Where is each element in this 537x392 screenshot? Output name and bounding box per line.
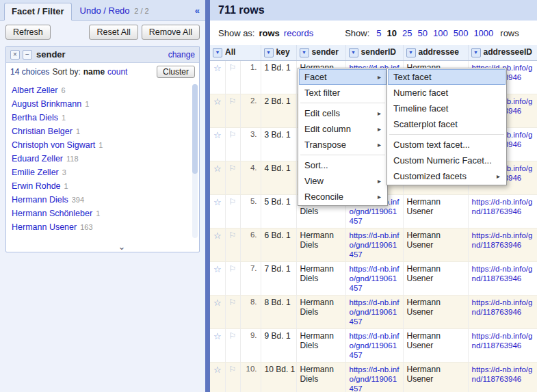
facet-scrollbar-thumb[interactable] — [192, 84, 198, 174]
star-icon[interactable]: ☆ — [210, 328, 225, 362]
star-icon[interactable]: ☆ — [210, 228, 225, 261]
facet-scrollbar[interactable] — [192, 84, 198, 238]
star-icon[interactable]: ☆ — [210, 261, 225, 295]
cell-key: 4 Bd. 1 — [261, 161, 296, 194]
cell-addressee: Hermann Usener — [403, 194, 468, 228]
facet-choice: Eduard Zeller118 — [12, 152, 194, 166]
star-icon[interactable]: ☆ — [210, 362, 225, 392]
menu-item-facet[interactable]: Facet▸ — [299, 69, 387, 85]
menu-item-view[interactable]: View▸ — [299, 173, 387, 189]
facet-choice-link[interactable]: Christoph von Sigwart — [12, 140, 95, 150]
facet-minimize-icon[interactable]: − — [23, 50, 32, 60]
page-size-25[interactable]: 25 — [402, 28, 412, 38]
cell-addressee: Hermann Usener — [403, 328, 468, 362]
flag-icon[interactable]: ⚐ — [225, 261, 240, 295]
star-icon[interactable]: ☆ — [210, 194, 225, 228]
submenu-item-custom-numeric-facet[interactable]: Custom Numeric Facet... — [388, 153, 506, 168]
menu-item-reconcile[interactable]: Reconcile▸ — [299, 189, 387, 205]
cell-addresseeid: https://d-nb.info/gnd/118763946 — [468, 328, 537, 362]
facet-choice-link[interactable]: Eduard Zeller — [12, 154, 63, 164]
facet-choice-link[interactable]: Hermann Diels — [12, 195, 68, 205]
facet-choice-link[interactable]: Albert Zeller — [12, 86, 57, 95]
tab-undo-redo[interactable]: Undo / Redo 2 / 2 — [72, 3, 157, 20]
flag-icon[interactable]: ⚐ — [225, 94, 240, 127]
menu-item-sort[interactable]: Sort... — [299, 157, 387, 173]
show-as-rows-option[interactable]: rows — [259, 28, 279, 38]
addresseeid-link[interactable]: https://d-nb.info/gnd/118763946 — [472, 198, 533, 215]
cell-sender: Hermann Diels — [296, 261, 345, 295]
star-icon[interactable]: ☆ — [210, 127, 225, 161]
addresseeid-link[interactable]: https://d-nb.info/gnd/118763946 — [472, 265, 533, 283]
refresh-button[interactable]: Refresh — [5, 25, 51, 40]
page-size-500[interactable]: 500 — [454, 28, 469, 38]
submenu-item-timeline-facet[interactable]: Timeline facet — [388, 101, 506, 116]
tab-undo-redo-label: Undo / Redo — [80, 5, 130, 16]
menu-item-edit-column[interactable]: Edit column▸ — [299, 121, 387, 137]
addresseeid-link[interactable]: https://d-nb.info/gnd/118763946 — [472, 365, 533, 383]
column-dropdown-icon[interactable]: ▼ — [349, 48, 358, 57]
facet-choice-link[interactable]: Christian Belger — [12, 127, 73, 136]
page-size-100[interactable]: 100 — [433, 28, 448, 38]
flag-icon[interactable]: ⚐ — [225, 295, 240, 328]
star-icon[interactable]: ☆ — [210, 94, 225, 127]
senderid-link[interactable]: https://d-nb.info/gnd/119061457 — [350, 332, 400, 359]
column-dropdown-icon[interactable]: ▼ — [264, 48, 274, 57]
cluster-button[interactable]: Cluster — [157, 66, 195, 78]
flag-icon[interactable]: ⚐ — [225, 228, 240, 261]
menu-item-transpose[interactable]: Transpose▸ — [299, 137, 387, 153]
facet-choice-link[interactable]: Emilie Zeller — [12, 168, 59, 177]
column-dropdown-icon[interactable]: ▼ — [406, 48, 416, 57]
menu-separator — [300, 155, 385, 155]
menu-item-label: Sort... — [304, 160, 328, 170]
star-icon[interactable]: ☆ — [210, 60, 225, 94]
collapse-left-panel-icon[interactable]: « — [195, 5, 200, 16]
submenu-item-custom-text-facet[interactable]: Custom text facet... — [388, 137, 506, 153]
facet-choice-count: 1 — [96, 209, 100, 218]
star-icon[interactable]: ☆ — [210, 295, 225, 328]
senderid-link[interactable]: https://d-nb.info/gnd/119061457 — [350, 231, 400, 259]
page-size-50[interactable]: 50 — [418, 28, 428, 38]
facet-choice-link[interactable]: Bertha Diels — [12, 113, 58, 122]
flag-icon[interactable]: ⚐ — [225, 328, 240, 362]
flag-icon[interactable]: ⚐ — [225, 127, 240, 161]
addresseeid-link[interactable]: https://d-nb.info/gnd/118763946 — [472, 332, 533, 350]
page-size-10[interactable]: 10 — [387, 28, 397, 38]
flag-icon[interactable]: ⚐ — [225, 60, 240, 94]
facet-choice-link[interactable]: August Brinkmann — [12, 99, 81, 109]
menu-item-text-filter[interactable]: Text filter — [299, 85, 387, 101]
tab-facet-filter[interactable]: Facet / Filter — [4, 3, 72, 21]
remove-all-button[interactable]: Remove All — [142, 25, 200, 40]
sort-by-name-link[interactable]: name — [83, 67, 105, 77]
star-icon[interactable]: ☆ — [210, 161, 225, 194]
addresseeid-link[interactable]: https://d-nb.info/gnd/118763946 — [472, 231, 533, 249]
scroll-down-icon[interactable]: ⌄ — [118, 243, 126, 251]
senderid-link[interactable]: https://d-nb.info/gnd/119061457 — [350, 365, 400, 392]
page-size-1000[interactable]: 1000 — [473, 28, 493, 38]
column-dropdown-icon[interactable]: ▼ — [213, 48, 222, 57]
facet-choice-link[interactable]: Hermann Usener — [12, 222, 77, 232]
panel-divider[interactable] — [205, 0, 210, 392]
column-dropdown-icon[interactable]: ▼ — [471, 48, 481, 57]
submenu-item-scatterplot-facet[interactable]: Scatterplot facet — [388, 116, 506, 132]
menu-item-edit-cells[interactable]: Edit cells▸ — [299, 105, 387, 121]
senderid-link[interactable]: https://d-nb.info/gnd/119061457 — [350, 265, 400, 292]
flag-icon[interactable]: ⚐ — [225, 194, 240, 228]
facet-choice-link[interactable]: Hermann Schönleber — [12, 209, 92, 218]
submenu-item-customized-facets[interactable]: Customized facets▸ — [388, 168, 506, 184]
show-as-records-option[interactable]: records — [284, 28, 313, 38]
facet-change-link[interactable]: change — [168, 50, 195, 60]
column-dropdown-icon[interactable]: ▼ — [300, 48, 309, 57]
sort-by-count-link[interactable]: count — [107, 67, 127, 77]
flag-icon[interactable]: ⚐ — [225, 362, 240, 392]
page-size-5[interactable]: 5 — [376, 28, 381, 38]
cell-sender: Hermann Diels — [296, 295, 345, 328]
senderid-link[interactable]: https://d-nb.info/gnd/119061457 — [350, 298, 400, 326]
facet-close-icon[interactable]: × — [10, 50, 20, 60]
flag-icon[interactable]: ⚐ — [225, 161, 240, 194]
addresseeid-link[interactable]: https://d-nb.info/gnd/118763946 — [472, 298, 533, 316]
facet-choice-link[interactable]: Erwin Rohde — [12, 181, 61, 191]
reset-all-button[interactable]: Reset All — [89, 25, 137, 40]
submenu-item-numeric-facet[interactable]: Numeric facet — [388, 85, 506, 101]
submenu-item-text-facet[interactable]: Text facet — [388, 69, 506, 85]
facet-choice: Christoph von Sigwart1 — [12, 138, 194, 152]
